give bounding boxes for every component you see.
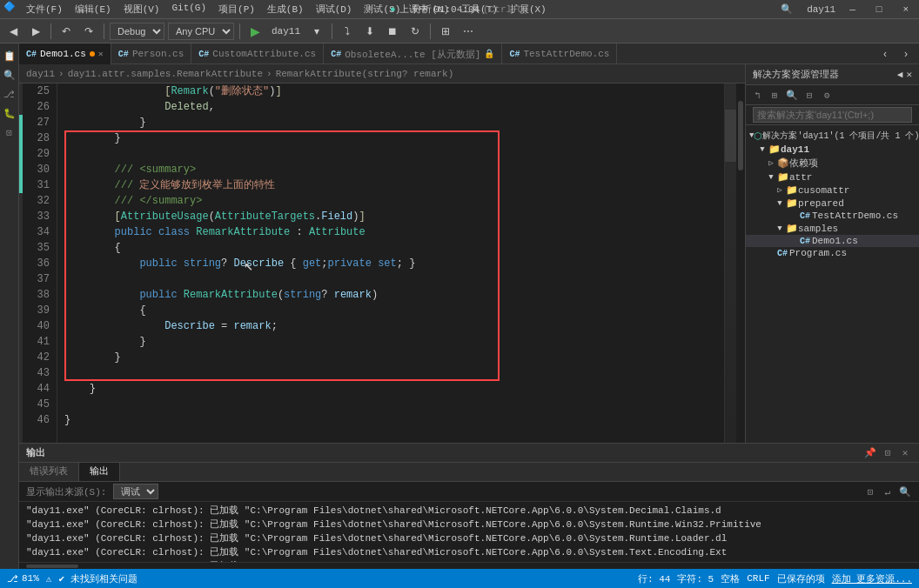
search-icon[interactable]: 🔍 xyxy=(781,3,793,15)
toolbar-sep-1 xyxy=(50,23,51,39)
menu-project[interactable]: 项目(P) xyxy=(213,1,260,17)
tab-modified-0 xyxy=(90,51,95,57)
code-line-39: { xyxy=(64,303,724,318)
output-source-buttons: ⊡ ↵ 🔍 xyxy=(863,484,912,498)
status-zoom: 81% xyxy=(22,573,39,584)
toolbar-layout[interactable]: ⊞ xyxy=(436,23,455,40)
breadcrumb-file[interactable]: day11.attr.samples.RemarkAttribute xyxy=(68,69,263,79)
sol-toolbar-btn-1[interactable]: ↰ xyxy=(749,87,765,103)
run-button[interactable]: ▶ xyxy=(245,23,265,40)
tree-testattr[interactable]: C# TestAttrDemo.cs xyxy=(746,210,919,222)
breadcrumb-sep2: › xyxy=(266,69,272,79)
minimap[interactable] xyxy=(724,84,736,443)
toolbar-play-dropdown[interactable]: ▾ xyxy=(307,23,326,40)
tree-programcs[interactable]: C# Program.cs xyxy=(746,247,919,259)
sol-toolbar-btn-5[interactable]: ⚙ xyxy=(819,87,835,103)
tree-attr[interactable]: ▼ 📁 attr xyxy=(746,170,919,184)
toolbar-btn-2[interactable]: ▶ xyxy=(26,23,45,40)
output-float-btn[interactable]: ⊡ xyxy=(881,446,895,460)
menu-edit[interactable]: 编辑(E) xyxy=(70,1,117,17)
toolbar-more[interactable]: ⋯ xyxy=(459,23,478,40)
toolbar-restart[interactable]: ↻ xyxy=(406,23,425,40)
output-clear-btn[interactable]: ⊡ xyxy=(863,484,877,498)
toolbar-step-in[interactable]: ⬇ xyxy=(360,23,379,40)
output-close-btn[interactable]: ✕ xyxy=(898,446,912,460)
tree-samples[interactable]: ▼ 📁 samples xyxy=(746,222,919,235)
output-find-btn[interactable]: 🔍 xyxy=(898,484,912,498)
vertical-scrollbar[interactable] xyxy=(736,84,745,443)
solution-search-input[interactable] xyxy=(753,107,912,123)
bottom-tab-output[interactable]: 输出 xyxy=(79,463,120,481)
title-status: ● 上课中 01:04:04 (Ctrl+Q) xyxy=(390,3,529,16)
window-minimize[interactable]: — xyxy=(842,4,862,15)
toolbar-step-over[interactable]: ⤵ xyxy=(338,23,357,40)
samples-icon: 📁 xyxy=(786,223,798,234)
menu-debug[interactable]: 调试(D) xyxy=(311,1,358,17)
demo1-icon: C# xyxy=(800,237,810,246)
status-add-more[interactable]: 添加 更多资源... xyxy=(832,572,912,585)
tab-icon-2: C# xyxy=(198,50,209,59)
solution-collapse-btn[interactable]: ◀ xyxy=(897,69,903,80)
day11-icon: 📁 xyxy=(768,144,781,155)
tab-personcs[interactable]: C# Person.cs xyxy=(111,43,191,64)
output-header: 输出 📌 ⊡ ✕ xyxy=(19,444,919,463)
tab-testattrcs[interactable]: C# TestAttrDemo.cs xyxy=(502,43,617,64)
activity-debug[interactable]: 🐛 xyxy=(1,104,18,122)
toolbar-btn-1[interactable]: ◀ xyxy=(3,23,23,40)
tab-scroll-left[interactable]: ‹ xyxy=(875,45,895,63)
bottom-tab-errors[interactable]: 错误列表 xyxy=(19,463,79,481)
status-line-ending: CRLF xyxy=(747,573,769,584)
toolbar-sep-5 xyxy=(430,23,431,39)
breadcrumb-member[interactable]: RemarkAttribute(string? remark) xyxy=(276,69,454,79)
window-close[interactable]: × xyxy=(896,4,916,15)
tree-cusomattr[interactable]: ▷ 📁 cusomattr xyxy=(746,184,919,197)
day11-label: day11 xyxy=(781,144,809,155)
minimap-highlight xyxy=(725,110,736,162)
menu-build[interactable]: 生成(B) xyxy=(262,1,309,17)
activity-bar: 📋 🔍 ⎇ 🐛 ⊡ xyxy=(0,43,19,569)
status-branch[interactable]: ⎇ 81% xyxy=(7,573,39,585)
activity-extensions[interactable]: ⊡ xyxy=(1,124,18,141)
platform-select[interactable]: Any CPU xyxy=(168,23,234,40)
output-scrollbar-thumb[interactable] xyxy=(26,565,78,568)
code-text[interactable]: [Remark("删除状态")] Deleted, } xyxy=(57,84,724,443)
tab-demo1cs[interactable]: C# Demo1.cs ✕ xyxy=(19,43,111,64)
sol-toolbar-btn-3[interactable]: 🔍 xyxy=(784,87,800,103)
tree-prepared[interactable]: ▼ 📁 prepared xyxy=(746,197,919,210)
solution-close-btn[interactable]: ✕ xyxy=(906,69,912,80)
tab-close-0[interactable]: ✕ xyxy=(98,49,104,59)
tree-demo1cs[interactable]: C# Demo1.cs xyxy=(746,235,919,247)
activity-git[interactable]: ⎇ xyxy=(1,85,18,103)
status-right: 行: 44 字符: 5 空格 CRLF 已保存的项 添加 更多资源... xyxy=(638,572,912,585)
tab-icon-3: C# xyxy=(331,50,341,59)
menu-file[interactable]: 文件(F) xyxy=(21,1,68,17)
activity-search[interactable]: 🔍 xyxy=(1,66,18,84)
solution-root[interactable]: ▼ ⬡ 解决方案'day11'(1 个项目/共 1 个) xyxy=(746,129,919,143)
window-maximize[interactable]: □ xyxy=(869,4,889,15)
tab-customattr[interactable]: C# CustomAttribute.cs xyxy=(191,43,324,64)
toolbar-stop[interactable]: ⏹ xyxy=(383,23,402,40)
breadcrumb-day11[interactable]: day11 xyxy=(26,69,55,79)
scrollbar-thumb[interactable] xyxy=(738,101,743,170)
output-word-wrap-btn[interactable]: ↵ xyxy=(881,484,895,498)
activity-explorer[interactable]: 📋 xyxy=(1,47,18,64)
menu-git[interactable]: Git(G) xyxy=(166,1,211,17)
tree-day11[interactable]: ▼ 📁 day11 xyxy=(746,143,919,156)
sol-toolbar-btn-4[interactable]: ⊟ xyxy=(802,87,817,103)
sol-toolbar-btn-2[interactable]: ⊞ xyxy=(767,87,782,103)
status-errors[interactable]: ⚠ xyxy=(46,573,52,585)
toolbar-undo[interactable]: ↶ xyxy=(57,23,76,40)
toolbar-redo[interactable]: ↷ xyxy=(79,23,98,40)
output-scrollbar[interactable] xyxy=(19,562,919,569)
tab-scroll-right[interactable]: › xyxy=(896,45,916,63)
status-bar: ⎇ 81% ⚠ ✔ 未找到相关问题 行: 44 字符: 5 空格 CRLF 已保… xyxy=(0,569,919,588)
output-pin-btn[interactable]: 📌 xyxy=(863,446,877,460)
tab-label-1: Person.cs xyxy=(132,49,184,59)
tree-deps[interactable]: ▷ 📦 依赖项 xyxy=(746,156,919,170)
tab-label-3: ObsoleteA...te [从元数据] xyxy=(345,48,480,61)
output-source-select[interactable]: 调试 xyxy=(113,484,158,499)
tab-obsolete[interactable]: C# ObsoleteA...te [从元数据] 🔒 xyxy=(324,43,502,64)
config-select[interactable]: Debug xyxy=(110,23,164,40)
menu-view[interactable]: 视图(V) xyxy=(118,1,165,17)
code-line-34: public class RemarkAttribute : Attribute xyxy=(64,224,724,240)
